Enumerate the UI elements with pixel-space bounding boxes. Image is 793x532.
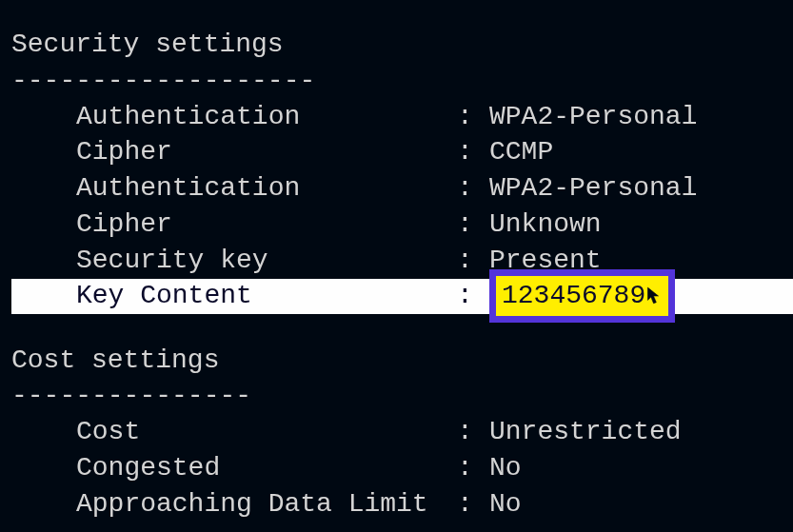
label-cipher-2: Cipher (76, 207, 457, 243)
row-cipher-2: Cipher : Unknown (11, 207, 793, 243)
value-cipher: CCMP (489, 134, 553, 170)
colon: : (457, 134, 489, 170)
label-congested: Congested (76, 450, 457, 486)
row-congested: Congested : No (11, 450, 793, 486)
value-congested: No (489, 450, 522, 486)
row-cost: Cost : Unrestricted (11, 414, 793, 450)
divider: ------------------- (11, 63, 793, 99)
value-cipher-2: Unknown (489, 207, 602, 243)
value-data-limit: No (489, 486, 522, 522)
row-security-key: Security key : Present (11, 243, 793, 279)
row-authentication: Authentication : WPA2-Personal (11, 99, 793, 135)
value-cost: Unrestricted (489, 414, 682, 450)
label-security-key: Security key (76, 243, 457, 279)
key-content-highlight[interactable]: 123456789 (489, 269, 675, 323)
colon: : (457, 207, 489, 243)
colon: : (457, 278, 489, 314)
terminal-output: Security settings ------------------- Au… (0, 0, 793, 522)
row-data-limit: Approaching Data Limit : No (11, 486, 793, 522)
colon: : (457, 486, 489, 522)
colon: : (457, 243, 489, 279)
row-key-content-selected[interactable]: Key Content : 123456789 (11, 279, 793, 314)
security-section-title: Security settings (11, 27, 793, 63)
divider: --------------- (11, 378, 793, 414)
label-data-limit: Approaching Data Limit (76, 486, 457, 522)
value-authentication-2: WPA2-Personal (489, 170, 697, 207)
colon: : (457, 99, 489, 135)
label-cipher: Cipher (76, 134, 457, 170)
label-authentication: Authentication (76, 99, 457, 135)
label-cost: Cost (76, 414, 457, 450)
colon: : (457, 414, 489, 450)
row-authentication-2: Authentication : WPA2-Personal (11, 170, 793, 207)
value-authentication: WPA2-Personal (489, 99, 697, 135)
cursor-icon (646, 286, 660, 305)
row-cipher: Cipher : CCMP (11, 134, 793, 170)
colon: : (457, 450, 489, 486)
cost-section-title: Cost settings (11, 343, 793, 379)
colon: : (457, 170, 489, 207)
label-key-content: Key Content (76, 278, 457, 314)
label-authentication-2: Authentication (76, 170, 457, 207)
